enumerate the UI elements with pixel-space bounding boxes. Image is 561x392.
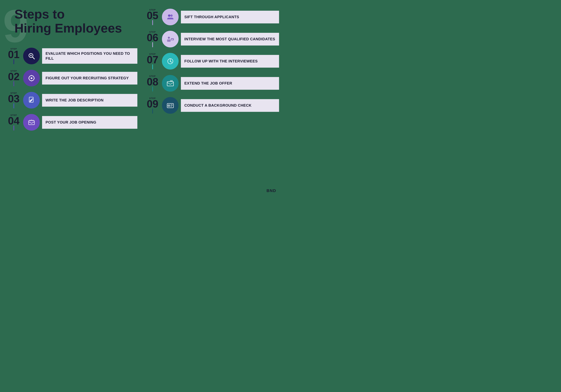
step-04-line <box>13 126 14 130</box>
svg-line-1 <box>32 57 34 59</box>
step-05-line <box>152 20 153 25</box>
step-08-number: STEP 08 <box>143 75 162 92</box>
step-07-line <box>152 64 153 69</box>
step-06-number: STEP 06 <box>143 31 162 47</box>
step-06-line <box>152 42 153 47</box>
step-04-num: 04 <box>8 116 20 126</box>
step-06-text: INTERVIEW THE MOST QUALIFIED CANDIDATES <box>184 37 275 42</box>
right-column: STEP 05 SIFT THROUGH APPLICANTS STEP 06 <box>143 9 279 119</box>
step-03-icon <box>23 92 40 108</box>
step-05-num: 05 <box>147 11 158 20</box>
step-09-line <box>152 108 153 114</box>
step-07-icon <box>162 53 179 70</box>
title-line1: Steps to <box>14 7 122 21</box>
step-05-text-box: SIFT THROUGH APPLICANTS <box>181 11 279 23</box>
step-01-text: EVALUATE WHICH POSITIONS YOU NEED TO FIL… <box>45 51 134 61</box>
step-04: STEP 04 POST YOUR JOB OPENING <box>4 114 137 131</box>
title-block: Steps to Hiring Employees <box>14 7 122 35</box>
step-05: STEP 05 SIFT THROUGH APPLICANTS <box>143 9 279 25</box>
step-02-number: STEP 02 <box>4 70 23 86</box>
left-column: STEP 01 EVALUATE WHICH POSITIONS YOU NEE… <box>4 48 137 136</box>
step-01: STEP 01 EVALUATE WHICH POSITIONS YOU NEE… <box>4 48 137 64</box>
step-02-num: 02 <box>8 72 20 81</box>
main-container: 9 Steps to Hiring Employees BND STEP 01 <box>0 0 280 196</box>
step-01-num: 01 <box>8 50 20 59</box>
step-04-text: POST YOUR JOB OPENING <box>45 120 96 125</box>
svg-point-16 <box>170 14 173 17</box>
step-08: STEP 08 JOB EXTEND THE JOB OFFER <box>143 75 279 92</box>
step-03-num: 03 <box>8 94 20 104</box>
svg-point-3 <box>31 55 31 56</box>
step-09-text: CONDUCT A BACKGROUND CHECK <box>184 103 252 108</box>
svg-rect-26 <box>167 82 173 86</box>
step-02-text-box: FIGURE OUT YOUR RECRUITING STRATEGY <box>42 72 137 85</box>
step-09-icon <box>162 97 179 114</box>
step-05-icon <box>162 9 179 25</box>
step-03-text: WRITE THE JOB DESCRIPTION <box>45 98 104 103</box>
svg-point-25 <box>170 61 171 62</box>
step-02-text: FIGURE OUT YOUR RECRUITING STRATEGY <box>45 76 129 81</box>
step-09-text-box: CONDUCT A BACKGROUND CHECK <box>181 99 279 112</box>
step-09-num: 09 <box>147 99 158 109</box>
step-02-icon <box>23 70 40 86</box>
step-09: STEP 09 CONDUCT A BACKGROUND CHECK <box>143 97 279 114</box>
svg-rect-18 <box>167 40 171 42</box>
svg-point-15 <box>168 14 170 17</box>
svg-point-17 <box>168 37 170 39</box>
step-07-number: STEP 07 <box>143 53 162 70</box>
step-07-text: FOLLOW UP WITH THE INTERVIEWEES <box>184 59 258 64</box>
step-05-number: STEP 05 <box>143 9 162 25</box>
step-03-line <box>13 103 14 108</box>
step-06-text-box: INTERVIEW THE MOST QUALIFIED CANDIDATES <box>181 33 279 45</box>
step-03-number: STEP 03 <box>4 92 23 108</box>
step-03-text-box: WRITE THE JOB DESCRIPTION <box>42 94 137 107</box>
step-01-line <box>13 59 14 64</box>
step-07-num: 07 <box>147 55 158 64</box>
step-06-num: 06 <box>147 33 158 42</box>
step-04-icon <box>23 114 40 131</box>
title-line2: Hiring Employees <box>14 21 122 35</box>
step-02-line <box>13 81 14 86</box>
step-03: STEP 03 WRITE THE JOB DESCRIPTION <box>4 92 137 108</box>
step-01-number: STEP 01 <box>4 48 23 64</box>
svg-rect-11 <box>29 121 34 125</box>
step-05-text: SIFT THROUGH APPLICANTS <box>184 15 239 20</box>
step-08-text: EXTEND THE JOB OFFER <box>184 81 232 86</box>
step-08-num: 08 <box>147 77 158 86</box>
step-01-text-box: EVALUATE WHICH POSITIONS YOU NEED TO FIL… <box>42 48 137 64</box>
step-06: STEP 06 INTERVIEW THE MOST QUALIFIED CAN… <box>143 31 279 47</box>
step-08-text-box: EXTEND THE JOB OFFER <box>181 77 279 90</box>
svg-point-33 <box>168 105 169 106</box>
step-09-number: STEP 09 <box>143 97 162 114</box>
step-02: STEP 02 FIGURE OUT YOUR RECRUITING STRAT… <box>4 70 137 86</box>
step-06-icon <box>162 31 179 47</box>
step-08-line <box>152 86 153 91</box>
svg-point-5 <box>31 77 32 79</box>
step-07: STEP 07 FOLLOW UP WITH THE INTERVIEWEES <box>143 53 279 70</box>
step-01-icon <box>23 48 40 64</box>
step-04-number: STEP 04 <box>4 114 23 131</box>
step-04-text-box: POST YOUR JOB OPENING <box>42 116 137 129</box>
bnd-logo: BND <box>267 188 276 193</box>
step-07-text-box: FOLLOW UP WITH THE INTERVIEWEES <box>181 55 279 68</box>
svg-text:JOB: JOB <box>170 80 173 82</box>
step-08-icon: JOB <box>162 75 179 92</box>
